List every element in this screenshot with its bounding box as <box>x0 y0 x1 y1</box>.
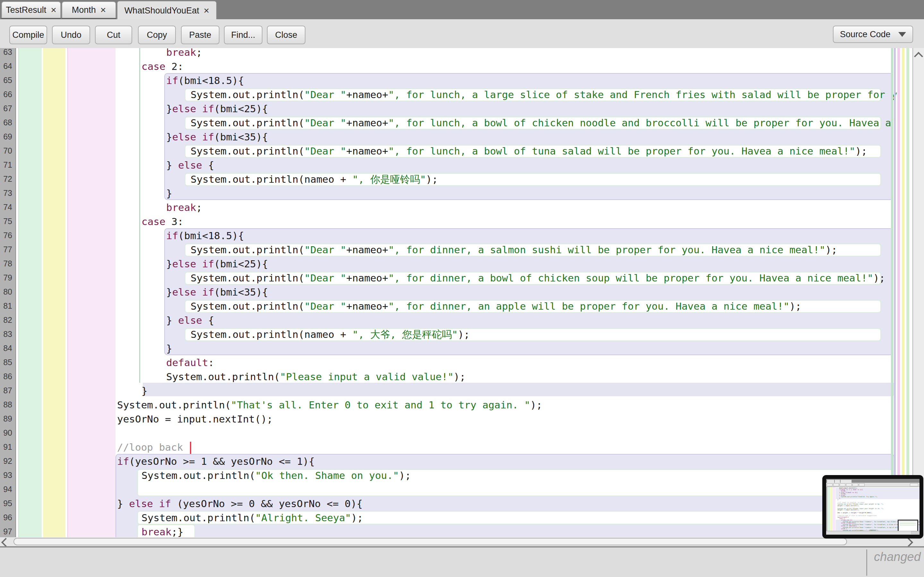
code-line-67[interactable]: }else if(bmi<25){ <box>166 102 268 115</box>
code-token: ); <box>789 300 801 312</box>
code-token: { <box>202 159 214 171</box>
find-button[interactable]: Find... <box>224 26 262 44</box>
code-token: case <box>142 61 166 72</box>
code-line-74[interactable]: break; <box>166 201 202 214</box>
undo-button[interactable]: Undo <box>52 26 90 44</box>
vertical-scrollbar[interactable] <box>913 48 924 537</box>
code-token: "Dear " <box>304 117 347 129</box>
code-line-70[interactable]: System.out.println("Dear "+nameo+", for … <box>191 144 867 158</box>
paste-button[interactable]: Paste <box>181 26 220 44</box>
code-token: } <box>142 385 148 396</box>
code-line-87[interactable]: } <box>142 384 148 398</box>
thumbnail-button <box>859 484 865 486</box>
cut-button[interactable]: Cut <box>95 26 132 44</box>
code-line-66[interactable]: System.out.println("Dear "+nameo+", for … <box>191 88 897 101</box>
code-token: "Dear " <box>304 145 347 157</box>
changed-status-label: changed <box>874 550 921 564</box>
code-line-73[interactable]: } <box>166 187 172 200</box>
code-token: break <box>142 526 171 537</box>
code-line-88[interactable]: System.out.println("That's all. Enter 0 … <box>117 398 542 412</box>
code-token: +nameo+ <box>346 117 388 129</box>
close-icon[interactable]: × <box>204 6 210 15</box>
code-line-68[interactable]: System.out.println("Dear "+nameo+", for … <box>191 116 891 129</box>
tab-Month[interactable]: Month× <box>61 1 116 18</box>
copy-button[interactable]: Copy <box>138 26 176 44</box>
code-token: System.out.println( <box>191 300 304 312</box>
code-line-72[interactable]: System.out.println(nameo + ", 你是哑铃吗"); <box>191 172 438 186</box>
horizontal-scrollbar[interactable] <box>0 537 924 546</box>
code-token: ); <box>454 371 465 382</box>
thumbnail-tab-bar <box>826 479 919 483</box>
code-line-89[interactable]: yesOrNo = input.nextInt(); <box>117 412 273 426</box>
code-line-69[interactable]: }else if(bmi<35){ <box>166 130 268 143</box>
code-line-80[interactable]: }else if(bmi<35){ <box>166 285 268 299</box>
scroll-up-icon[interactable] <box>914 52 923 61</box>
scroll-left-icon[interactable] <box>1 538 10 547</box>
code-line-81[interactable]: System.out.println("Dear "+nameo+", for … <box>191 300 801 313</box>
code-line-77[interactable]: System.out.println("Dear "+nameo+", for … <box>191 243 837 256</box>
code-line-95[interactable]: } else if (yesOrNo >= 0 && yesOrNo <= 0)… <box>117 497 363 510</box>
code-token: System.out.println( <box>191 272 304 284</box>
code-line-82[interactable]: } else { <box>166 314 214 327</box>
code-token: } <box>166 103 172 114</box>
code-line-71[interactable]: } else { <box>166 158 214 172</box>
switch-scope-bottom-band <box>143 383 895 396</box>
code-token: System.out.println( <box>191 117 304 129</box>
code-line-96[interactable]: System.out.println("Alright. Seeya"); <box>142 511 363 524</box>
code-token <box>196 103 202 114</box>
code-line-79[interactable]: System.out.println("Dear "+nameo+", for … <box>191 271 885 285</box>
horizontal-scrollbar-thumb[interactable] <box>13 538 847 545</box>
code-token: else <box>172 258 196 269</box>
line-number: 71 <box>0 158 12 172</box>
method-scope-column <box>43 48 65 537</box>
code-token: else <box>178 314 202 326</box>
code-token: System.out.println( <box>142 512 255 524</box>
line-number: 96 <box>0 510 12 524</box>
tab-WhatShouldYouEat[interactable]: WhatShouldYouEat× <box>117 1 217 20</box>
code-token: if <box>166 75 178 86</box>
source-code-view-selector[interactable]: Source Code <box>833 26 913 43</box>
line-number: 91 <box>0 440 12 454</box>
line-number: 89 <box>0 412 12 426</box>
code-token: "That's all. Enter 0 to exit and 1 to tr… <box>231 399 530 411</box>
tab-TestResult[interactable]: TestResult× <box>1 1 61 18</box>
code-line-65[interactable]: if(bmi<18.5){ <box>166 74 244 87</box>
compile-button[interactable]: Compile <box>9 26 47 44</box>
code-line-86[interactable]: System.out.println("Please input a valid… <box>166 370 465 384</box>
code-line-91[interactable]: //loop back <box>117 440 189 454</box>
scroll-right-icon[interactable] <box>904 538 913 547</box>
close-icon[interactable]: × <box>100 5 106 15</box>
code-token: 2: <box>166 61 184 72</box>
code-token: { <box>202 314 214 326</box>
close-icon[interactable]: × <box>51 5 57 15</box>
tab-label: WhatShouldYouEat <box>124 6 199 16</box>
code-line-78[interactable]: }else if(bmi<25){ <box>166 257 268 271</box>
code-line-92[interactable]: if(yesOrNo >= 1 && yesOrNo <= 1){ <box>117 455 315 468</box>
code-line-63[interactable]: break; <box>166 48 202 59</box>
code-line-85[interactable]: default: <box>166 356 214 369</box>
code-line-83[interactable]: System.out.println(nameo + ", 大爷, 您是秤砣吗"… <box>191 327 470 341</box>
code-line-84[interactable]: } <box>166 342 172 355</box>
line-number: 95 <box>0 496 12 510</box>
code-token: (bmi<25){ <box>214 103 268 114</box>
toolbar: Source Code CompileUndoCutCopyPasteFind.… <box>0 19 924 49</box>
code-token: "Dear " <box>304 300 347 312</box>
line-number: 93 <box>0 468 12 482</box>
code-editor-area[interactable]: break;case 2:if(bmi<18.5){System.out.pri… <box>0 48 924 537</box>
bluej-editor-window: TestResult×Month×WhatShouldYouEat× Sourc… <box>0 0 924 577</box>
thumbnail-button <box>840 484 845 486</box>
code-line-64[interactable]: case 2: <box>142 60 184 73</box>
code-token: ); <box>399 470 411 481</box>
code-line-93[interactable]: System.out.println("Ok then. Shame on yo… <box>142 469 411 482</box>
code-token: (yesOrNo >= 0 && yesOrNo <= 0){ <box>171 498 363 509</box>
code-token: } <box>166 286 172 298</box>
line-number: 68 <box>0 115 12 129</box>
line-number-gutter: 6364656667686970717273747576777879808182… <box>0 48 16 537</box>
code-token: ); <box>426 173 438 185</box>
line-number: 79 <box>0 271 12 285</box>
thumbnail-button <box>853 484 858 486</box>
code-line-97[interactable]: break;} <box>142 525 184 537</box>
code-line-75[interactable]: case 3: <box>142 215 184 228</box>
code-line-76[interactable]: if(bmi<18.5){ <box>166 229 244 242</box>
close-button[interactable]: Close <box>267 26 305 44</box>
